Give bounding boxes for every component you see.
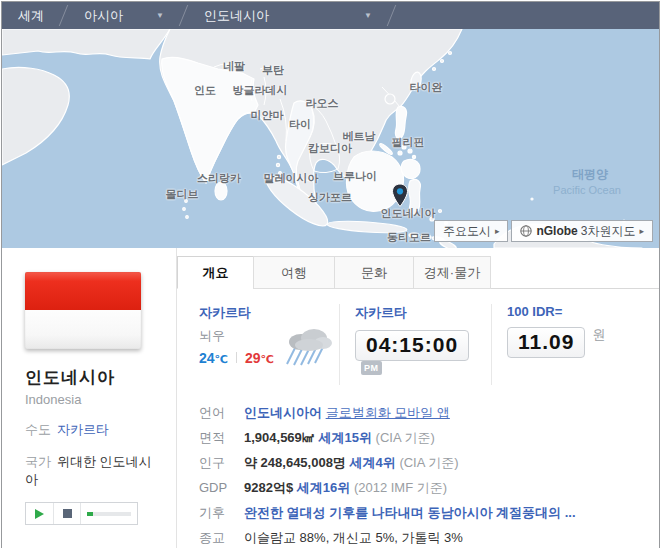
nglobe-brand-label: nGlobe xyxy=(536,224,577,238)
fact-label: 언어 xyxy=(199,405,235,421)
fact-text: 이슬람교 88%, 개신교 5%, 가톨릭 3% xyxy=(244,530,463,545)
weather-block: 자카르타 뇌우 24℃29℃ xyxy=(199,304,339,385)
major-cities-button[interactable]: 주요도시 ▸ xyxy=(434,220,509,242)
fact-label: 종교 xyxy=(199,530,235,546)
temp-low: 24℃ xyxy=(199,350,228,366)
indonesia-flag xyxy=(25,272,141,349)
region-map[interactable]: 네팔부탄인도방글라데시라오스미얀마타이베트남캄보디아필리핀타이완스리랑카몰디브말… xyxy=(2,29,659,248)
tab-overview[interactable]: 개요 xyxy=(177,256,254,289)
fact-text: 약 248,645,008명 xyxy=(244,455,346,470)
local-time: 04:15:00 xyxy=(355,330,469,361)
breadcrumb-world-label: 세계 xyxy=(18,7,44,25)
fact-text: (2012 IMF 기준) xyxy=(354,480,447,495)
fact-label: 인구 xyxy=(199,455,235,471)
fact-value: 인도네시아어 글로벌회화 모바일 앱 xyxy=(244,405,450,421)
breadcrumb: 세계 아시아 ▼ 인도네시아 ▼ xyxy=(2,2,659,29)
breadcrumb-separator xyxy=(178,2,190,29)
capital-row: 수도자카르타 xyxy=(25,421,155,439)
fact-row: 언어인도네시아어 글로벌회화 모바일 앱 xyxy=(199,405,659,421)
fact-row: 기후완전한 열대성 기후를 나타내며 동남아시아 계절풍대의 ... xyxy=(199,505,659,521)
currency-block: 100 IDR= 11.09원 xyxy=(491,304,605,385)
fact-row: 면적1,904,569㎢ 세계15위 (CIA 기준) xyxy=(199,430,659,446)
progress-track xyxy=(87,512,131,516)
breadcrumb-continent-label: 아시아 xyxy=(84,7,123,25)
currency-base[interactable]: 100 IDR= xyxy=(507,304,605,319)
fact-row: 인구약 248,645,008명 세계4위 (CIA 기준) xyxy=(199,455,659,471)
breadcrumb-country-dropdown[interactable]: 인도네시아 ▼ xyxy=(190,2,386,29)
clock-block: 자카르타 04:15:00PM xyxy=(339,304,491,385)
major-cities-label: 주요도시 xyxy=(443,223,491,240)
tab-culture[interactable]: 문화 xyxy=(334,256,414,289)
breadcrumb-separator xyxy=(58,2,70,29)
map-terrain xyxy=(2,29,659,248)
globe-icon xyxy=(520,225,532,237)
fact-value: 9282억$ 세계16위 (2012 IMF 기준) xyxy=(244,480,447,496)
divider xyxy=(236,352,237,363)
fact-text: 세계4위 xyxy=(350,455,396,470)
temp-high: 29℃ xyxy=(245,350,274,366)
breadcrumb-country-label: 인도네시아 xyxy=(204,7,269,25)
fact-text: (CIA 기준) xyxy=(376,430,435,445)
anthem-audio-player xyxy=(25,502,138,525)
capital-label: 수도 xyxy=(25,422,51,437)
capital-link[interactable]: 자카르타 xyxy=(57,422,109,437)
anthem-row: 국가위대한 인도네시아 xyxy=(25,453,155,489)
fact-text: 인도네시아어 xyxy=(244,405,322,420)
audio-progress[interactable] xyxy=(80,503,137,524)
fact-label: 기후 xyxy=(199,505,235,521)
fact-label: 면적 xyxy=(199,430,235,446)
fact-row: GDP9282억$ 세계16위 (2012 IMF 기준) xyxy=(199,480,659,496)
fact-value: 완전한 열대성 기후를 나타내며 동남아시아 계절풍대의 ... xyxy=(244,505,576,521)
thunderstorm-icon xyxy=(281,324,335,366)
nglobe-3d-map-button[interactable]: nGlobe 3차원지도 ▸ xyxy=(511,220,653,242)
breadcrumb-world[interactable]: 세계 xyxy=(2,2,58,29)
weather-city[interactable]: 자카르타 xyxy=(199,304,339,322)
chevron-down-icon: ▼ xyxy=(364,11,372,20)
stop-icon xyxy=(63,509,72,518)
stop-button[interactable] xyxy=(53,503,80,524)
tab-economy[interactable]: 경제·물가 xyxy=(413,256,491,289)
fact-value: 약 248,645,008명 세계4위 (CIA 기준) xyxy=(244,455,459,471)
anthem-label: 국가 xyxy=(25,454,51,469)
facts-list: 언어인도네시아어 글로벌회화 모바일 앱면적1,904,569㎢ 세계15위 (… xyxy=(199,405,659,549)
fact-text: 세계15위 xyxy=(318,430,371,445)
exchange-rate: 11.09 xyxy=(507,327,585,358)
clock-city[interactable]: 자카르타 xyxy=(355,304,491,322)
country-name-en: Indonesia xyxy=(25,392,176,407)
nglobe-suffix-label: 3차원지도 xyxy=(581,223,636,240)
arrow-right-icon: ▸ xyxy=(495,226,500,236)
info-strip: 자카르타 뇌우 24℃29℃ xyxy=(177,304,659,385)
fact-text: 1,904,569㎢ xyxy=(244,430,315,445)
fact-link[interactable]: 글로벌회화 모바일 앱 xyxy=(326,405,450,420)
fact-row: 종교이슬람교 88%, 개신교 5%, 가톨릭 3% xyxy=(199,530,659,546)
tab-travel[interactable]: 여행 xyxy=(253,256,335,289)
fact-link[interactable]: 완전한 열대성 기후를 나타내며 동남아시아 계절풍대의 ... xyxy=(244,505,576,520)
chevron-down-icon: ▼ xyxy=(156,11,164,20)
fact-text: 9282억$ xyxy=(244,480,293,495)
meridiem-badge: PM xyxy=(361,361,382,375)
play-button[interactable] xyxy=(26,503,53,524)
progress-fill xyxy=(87,512,93,516)
location-pin-icon xyxy=(392,184,408,208)
country-name-ko: 인도네시아 xyxy=(25,366,176,389)
fact-value: 1,904,569㎢ 세계15위 (CIA 기준) xyxy=(244,430,435,446)
tab-bar: 개요 여행 문화 경제·물가 xyxy=(177,256,659,289)
fact-text: (CIA 기준) xyxy=(399,455,458,470)
fact-value: 이슬람교 88%, 개신교 5%, 가톨릭 3% xyxy=(244,530,463,546)
breadcrumb-continent-dropdown[interactable]: 아시아 ▼ xyxy=(70,2,178,29)
country-profile-panel: 인도네시아 Indonesia 수도자카르타 국가위대한 인도네시아 xyxy=(2,248,177,548)
arrow-right-icon: ▸ xyxy=(639,226,644,236)
fact-text: 세계16위 xyxy=(297,480,350,495)
country-info-widget: 세계 아시아 ▼ 인도네시아 ▼ xyxy=(1,1,660,548)
breadcrumb-separator xyxy=(386,2,398,29)
currency-unit: 원 xyxy=(592,327,605,342)
play-icon xyxy=(35,509,44,519)
fact-label: GDP xyxy=(199,480,235,496)
